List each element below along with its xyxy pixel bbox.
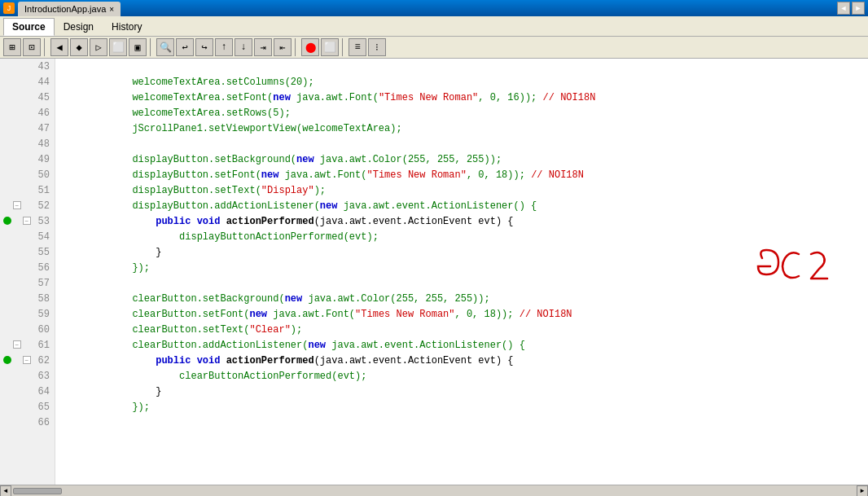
tb-btn-15[interactable]: ⬤ [301,38,319,56]
fold-icon-53[interactable]: − [23,217,31,225]
code-line-64: } [55,384,868,399]
linenum-52: 52 − [0,198,55,213]
linenum-65: 65 [0,399,55,415]
title-bar: J IntroductionApp.java × ◄ ► [0,0,868,16]
sep3 [295,38,298,56]
code-line-48 [55,136,868,151]
code-line-44: welcomeTextArea.setColumns(20); [55,74,868,90]
linenum-58: 58 [0,291,55,306]
tb-btn-3[interactable]: ◀ [50,38,68,56]
fold-icon-52[interactable]: − [13,201,21,209]
linenum-66: 66 [0,415,55,430]
linenum-60: 60 [0,322,55,337]
toolbar-area: Source Design History ⊞ ⊡ ◀ ◆ ▷ ⬜ ▣ 🔍 ↩ … [0,16,868,59]
tb-btn-2[interactable]: ⊡ [23,38,41,56]
code-lines: welcomeTextArea.setColumns(20); welcomeT… [55,59,868,430]
code-line-49: displayButton.setBackground(new java.awt… [55,151,868,167]
code-line-63: clearButtonActionPerformed(evt); [55,368,868,384]
linenum-46: 46 [0,105,55,121]
scroll-left-button[interactable]: ◄ [0,485,11,497]
tb-btn-18[interactable]: ⁝ [368,38,386,56]
line-numbers: 43 44 45 46 47 48 49 50 51 52 − 53 − 54 … [0,59,55,485]
code-line-50: displayButton.setFont(new java.awt.Font(… [55,167,868,182]
linenum-44: 44 [0,74,55,90]
code-line-66 [55,415,868,430]
code-content[interactable]: welcomeTextArea.setColumns(20); welcomeT… [55,59,868,485]
linenum-48: 48 [0,136,55,151]
sep2 [150,38,153,56]
code-line-53: public void actionPerformed(java.awt.eve… [55,213,868,229]
code-line-65: }); [55,399,868,415]
code-line-56: }); [55,260,868,275]
tab-design[interactable]: Design [55,18,103,36]
tb-btn-5[interactable]: ▷ [90,38,107,56]
tb-btn-6[interactable]: ⬜ [109,38,127,56]
code-line-46: welcomeTextArea.setRows(5); [55,105,868,121]
linenum-62: 62 − [0,353,55,368]
tb-btn-14[interactable]: ⇤ [274,38,292,56]
close-tab-button[interactable]: × [109,5,114,14]
sep4 [342,38,345,56]
linenum-54: 54 [0,229,55,244]
linenum-56: 56 [0,260,55,275]
tb-btn-9[interactable]: ↩ [176,38,194,56]
tb-btn-10[interactable]: ↪ [195,38,213,56]
tb-btn-11[interactable]: ↑ [215,38,233,56]
tab-source[interactable]: Source [3,18,55,36]
scroll-thumb[interactable] [13,488,62,494]
tb-btn-8[interactable]: 🔍 [156,38,174,56]
tb-btn-12[interactable]: ↓ [235,38,252,56]
linenum-50: 50 [0,167,55,182]
linenum-49: 49 [0,151,55,167]
code-line-54: displayButtonActionPerformed(evt); [55,229,868,244]
linenum-57: 57 [0,275,55,291]
linenum-53: 53 − [0,213,55,229]
code-line-52: displayButton.addActionListener(new java… [55,198,868,213]
tab-history[interactable]: History [103,18,151,36]
app-icon: J [3,2,15,14]
code-line-47: jScrollPane1.setViewportView(welcomeText… [55,121,868,136]
tb-btn-7[interactable]: ▣ [129,38,147,56]
code-line-58: clearButton.setBackground(new java.awt.C… [55,291,868,306]
title-bar-left: J IntroductionApp.java × [3,0,121,16]
tb-btn-13[interactable]: ⇥ [254,38,272,56]
tab-filename: IntroductionApp.java [24,4,106,14]
linenum-43: 43 [0,59,55,74]
editor-tab[interactable]: IntroductionApp.java × [18,2,121,16]
linenum-63: 63 [0,368,55,384]
tb-btn-4[interactable]: ◆ [70,38,88,56]
editor-area: 43 44 45 46 47 48 49 50 51 52 − 53 − 54 … [0,59,868,485]
fold-icon-61[interactable]: − [13,340,21,349]
code-line-59: clearButton.setFont(new java.awt.Font("T… [55,306,868,322]
linenum-47: 47 [0,121,55,136]
linenum-45: 45 [0,90,55,105]
linenum-64: 64 [0,384,55,399]
breakpoint-53 [3,217,11,225]
code-line-57 [55,275,868,291]
code-line-45: welcomeTextArea.setFont(new java.awt.Fon… [55,90,868,105]
main-window: J IntroductionApp.java × ◄ ► Source Desi… [0,0,868,496]
code-line-55: } [55,244,868,260]
scroll-right-button[interactable]: ► [857,485,868,497]
linenum-51: 51 [0,182,55,198]
linenum-61: 61 − [0,337,55,353]
horizontal-scrollbar[interactable]: ◄ ► [0,485,868,496]
code-line-60: clearButton.setText("Clear"); [55,322,868,337]
code-line-61: clearButton.addActionListener(new java.a… [55,337,868,353]
toolbar-row: ⊞ ⊡ ◀ ◆ ▷ ⬜ ▣ 🔍 ↩ ↪ ↑ ↓ ⇥ ⇤ ⬤ ⬜ ≡ ⁝ [0,36,868,58]
tb-btn-1[interactable]: ⊞ [3,38,21,56]
breakpoint-62 [3,356,11,364]
code-line-43 [55,59,868,74]
tb-btn-16[interactable]: ⬜ [321,38,339,56]
fold-icon-62[interactable]: − [23,356,31,364]
sep1 [44,38,47,56]
code-line-62: public void actionPerformed(java.awt.eve… [55,353,868,368]
nav-left-button[interactable]: ◄ [837,2,850,15]
code-line-51: displayButton.setText("Display"); [55,182,868,198]
scroll-track[interactable] [13,488,855,494]
tb-btn-17[interactable]: ≡ [349,38,366,56]
title-nav: ◄ ► [837,2,865,15]
linenum-59: 59 [0,306,55,322]
nav-right-button[interactable]: ► [852,2,865,15]
tab-row: Source Design History [0,16,868,36]
